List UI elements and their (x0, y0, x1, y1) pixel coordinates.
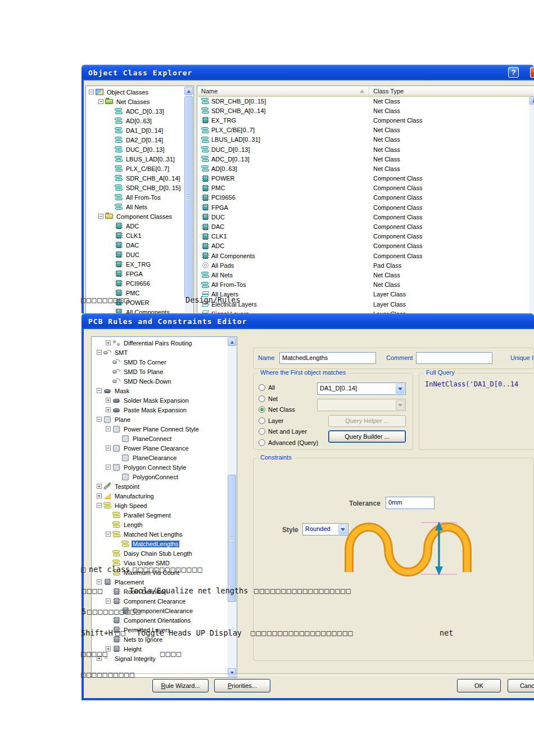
tree-item-object-classes[interactable]: −Object Classes (87, 87, 184, 97)
tree-item-plane[interactable]: −Plane (92, 415, 227, 424)
collapse-icon[interactable]: − (97, 388, 102, 393)
radio-net[interactable] (259, 395, 265, 402)
close-button[interactable] (530, 67, 534, 78)
tree-item-testpoint[interactable]: +Testpoint (92, 482, 227, 491)
tree-item-polygon-connect-style[interactable]: −Polygon Connect Style (92, 462, 227, 472)
tree-item-plx-c-be-0-7-[interactable]: PLX_C/BE[0..7] (87, 164, 184, 173)
tree-item-net-classes[interactable]: −Net Classes (87, 97, 184, 106)
collapse-icon[interactable]: − (106, 446, 111, 451)
tree-item-matched-net-lengths[interactable]: −Matched Net Lengths (92, 529, 227, 539)
tree-item-fpga[interactable]: FPGA (87, 269, 184, 278)
list-row-pmc[interactable]: PMCComponent Class (198, 183, 529, 193)
tree-item-duc[interactable]: DUC (87, 250, 184, 259)
tree-item-all-components[interactable]: All Components (87, 307, 184, 313)
list-row-all-layers[interactable]: All LayersLayer Class (198, 290, 529, 299)
tree-item-placement[interactable]: −Placement (92, 577, 227, 587)
scroll-up-icon[interactable] (184, 87, 193, 95)
list-row-dac[interactable]: DACComponent Class (198, 222, 529, 231)
list-row-duc[interactable]: DUCComponent Class (198, 212, 529, 222)
expand-icon[interactable]: + (106, 398, 111, 403)
collapse-icon[interactable]: − (106, 426, 111, 431)
list-row-all-nets[interactable]: All NetsNet Class (198, 270, 529, 280)
tree-item-differential-pairs-routing[interactable]: +Differential Pairs Routing (92, 338, 227, 348)
tree-item-manufacturing[interactable]: +Manufacturing (92, 491, 227, 501)
tree-item-mask[interactable]: −Mask (92, 386, 227, 395)
tree-item-polygonconnect[interactable]: PolygonConnect (92, 472, 227, 482)
column-class-type[interactable]: Class Type (373, 88, 404, 94)
tree-item-smd-to-plane[interactable]: SMD To Plane (92, 367, 227, 376)
tree-item-sdr-chb-d-0-15-[interactable]: SDR_CHB_D[0..15] (87, 183, 184, 192)
list-row-ex-trg[interactable]: EX_TRGComponent Class (198, 115, 529, 125)
list-row-sdr-chb-a-0-14-[interactable]: SDR_CHB_A[0..14]Net Class (198, 106, 529, 115)
scroll-thumb[interactable] (184, 96, 193, 298)
collapse-icon[interactable]: − (106, 532, 111, 537)
list-scrollbar[interactable] (530, 96, 534, 313)
tree-scrollbar[interactable] (184, 87, 193, 313)
tree-item-da1-d-0-14-[interactable]: DA1_D[0..14] (87, 125, 184, 135)
list-row-sdr-chb-d-0-15-[interactable]: SDR_CHB_D[0..15]Net Class (198, 96, 529, 106)
tree-item-clk1[interactable]: CLK1 (87, 231, 184, 240)
tree-item-height[interactable]: +Height (92, 644, 227, 654)
tree-item-lbus-lad-0-31-[interactable]: LBUS_LAD[0..31] (87, 154, 184, 164)
tree-item-component-orientations[interactable]: Component Orientations (92, 615, 227, 625)
scroll-up-icon[interactable] (228, 338, 236, 346)
tree-item-smt[interactable]: −SMT (92, 348, 227, 357)
net-class-dropdown[interactable]: DA1_D[0..14] (317, 382, 406, 395)
tolerance-input[interactable]: 0mm (386, 497, 435, 509)
list-row-duc-d-0-13-[interactable]: DUC_D[0..13]Net Class (198, 145, 529, 154)
title-bar[interactable]: PCB Rules and Constraints Editor (82, 313, 534, 329)
collapse-icon[interactable]: − (106, 598, 111, 604)
list-row-all-pads[interactable]: All PadsPad Class (198, 260, 529, 270)
collapse-icon[interactable]: − (97, 503, 102, 508)
radio-layer[interactable] (259, 417, 265, 424)
tree-item-power-plane-clearance[interactable]: −Power Plane Clearance (92, 443, 227, 453)
list-row-clk1[interactable]: CLK1Component Class (198, 232, 529, 241)
collapse-icon[interactable]: − (98, 99, 103, 104)
query-builder-button[interactable]: Query Builder ... (328, 430, 406, 443)
list-row-all-from-tos[interactable]: All From-TosNet Class (198, 280, 529, 290)
list-row-adc-d-0-13-[interactable]: ADC_D[0..13]Net Class (198, 154, 529, 164)
column-name[interactable]: Name (201, 88, 218, 94)
tree-item-pci9656[interactable]: PCI9656 (87, 278, 184, 288)
radio-net-and-layer[interactable] (259, 428, 265, 435)
tree-item-component-clearance[interactable]: −Component Clearance (92, 596, 227, 606)
cancel-button[interactable]: Cancel (508, 679, 534, 692)
comment-input[interactable] (416, 352, 492, 364)
tree-item-ad-0-63-[interactable]: AD[0..63] (87, 116, 184, 125)
list-row-adc[interactable]: ADCComponent Class (198, 241, 529, 251)
expand-icon[interactable]: + (106, 340, 111, 345)
list-row-electrical-layers[interactable]: Electrical LayersLayer Class (198, 299, 529, 309)
tree-item-parallel-segment[interactable]: Parallel Segment (92, 510, 227, 520)
tree-item-dac[interactable]: DAC (87, 240, 184, 250)
expand-icon[interactable]: + (97, 493, 102, 498)
tree-item-matchedlengths[interactable]: MatchedLengths (92, 539, 227, 548)
list-row-pci9656[interactable]: PCI9656Component Class (198, 193, 529, 202)
title-bar[interactable]: Object Class Explorer ? (82, 65, 534, 80)
tree-item-power-plane-connect-style[interactable]: −Power Plane Connect Style (92, 424, 227, 434)
tree-item-planeclearance[interactable]: PlaneClearance (92, 453, 227, 462)
rule-name-input[interactable]: MatchedLengths (279, 352, 376, 364)
collapse-icon[interactable]: − (89, 89, 94, 94)
ok-button[interactable]: OK (457, 679, 501, 692)
tree-item-signal-integrity[interactable]: +Signal Integrity (92, 654, 227, 663)
tree-item-all-from-tos[interactable]: All From-Tos (87, 192, 184, 202)
collapse-icon[interactable]: − (98, 214, 103, 219)
help-button[interactable]: ? (508, 67, 519, 78)
list-row-fpga[interactable]: FPGAComponent Class (198, 202, 529, 212)
list-row-ad-0-63-[interactable]: AD[0..63]Net Class (198, 164, 529, 173)
collapse-icon[interactable]: − (97, 350, 102, 355)
tree-item-duc-d-0-13-[interactable]: DUC_D[0..13] (87, 145, 184, 154)
tree-item-solder-mask-expansion[interactable]: +Solder Mask Expansion (92, 395, 227, 405)
list-row-power[interactable]: POWERComponent Class (198, 174, 529, 183)
expand-icon[interactable]: + (106, 407, 111, 412)
radio-advanced-query-[interactable] (259, 439, 265, 446)
collapse-icon[interactable]: − (97, 579, 102, 584)
radio-net-class[interactable] (259, 406, 265, 413)
tree-item-component-classes[interactable]: −Component Classes (87, 212, 184, 221)
tree-item-daisy-chain-stub-length[interactable]: Daisy Chain Stub Length (92, 548, 227, 558)
expand-icon[interactable]: + (97, 484, 102, 489)
list-row-all-components[interactable]: All ComponentsComponent Class (198, 251, 529, 260)
tree-item-planeconnect[interactable]: PlaneConnect (92, 434, 227, 443)
tree-item-ex-trg[interactable]: EX_TRG (87, 259, 184, 269)
list-row-plx-c-be-0-7-[interactable]: PLX_C/BE[0..7]Net Class (198, 125, 529, 135)
